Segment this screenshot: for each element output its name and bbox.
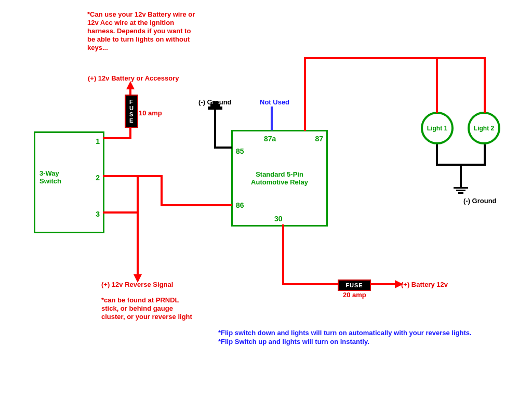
relay-label: Standard 5-Pin Automotive Relay xyxy=(233,170,326,186)
wire-85-h xyxy=(214,147,232,149)
label-battery-12v: (+) Battery 12v xyxy=(401,281,448,288)
relay-pin-85: 85 xyxy=(236,147,244,155)
switch-pin-1: 1 xyxy=(96,137,100,145)
switch-pin-3: 3 xyxy=(96,210,100,218)
relay-pin-87: 87 xyxy=(315,135,323,143)
arrow-battery-acc xyxy=(126,81,135,89)
wire-87-v1 xyxy=(304,57,306,131)
wire-light1-gnd-v xyxy=(436,144,438,165)
wire-sw3-h xyxy=(103,211,139,214)
light-2: Light 2 xyxy=(468,112,500,144)
three-way-switch-label: 3-Way Switch xyxy=(39,169,61,185)
wire-30-h1 xyxy=(282,283,338,285)
wire-sw2-v xyxy=(161,175,163,206)
wire-87a xyxy=(271,107,273,130)
relay-pin-86: 86 xyxy=(236,201,244,209)
three-way-switch: 3-Way Switch 1 2 3 xyxy=(34,131,104,233)
wire-sw2-h1 xyxy=(103,175,163,177)
wire-sw1-h xyxy=(103,137,131,139)
fuse-10amp: FUSE xyxy=(125,95,138,128)
note-bottom-1: *Flip switch down and lights will turn o… xyxy=(218,329,499,337)
note-bottom-2: *Flip Switch up and lights will turn on … xyxy=(218,338,499,345)
wire-light1-v xyxy=(436,57,438,113)
wire-sw1-v-bottom xyxy=(129,127,131,139)
wire-30-v xyxy=(282,224,284,284)
wire-lights-gnd-drop xyxy=(460,164,462,187)
relay-pin-87a: 87a xyxy=(264,135,276,143)
fuse-20amp: FUSE xyxy=(338,280,371,291)
wire-light2-v xyxy=(484,57,486,113)
fuse-10amp-label: 10 amp xyxy=(139,109,162,117)
wire-30-h2 xyxy=(370,283,396,285)
wire-85-v xyxy=(214,108,216,149)
wire-sw2-h2 xyxy=(161,204,232,206)
automotive-relay: Standard 5-Pin Automotive Relay 85 86 87… xyxy=(231,130,328,227)
fuse-horz-label: FUSE xyxy=(345,282,363,288)
wire-light2-gnd-v xyxy=(484,144,486,165)
fuse-vert-label: FUSE xyxy=(129,99,134,124)
light-1: Light 1 xyxy=(421,112,454,144)
arrow-reverse-signal xyxy=(134,274,142,283)
relay-pin-30: 30 xyxy=(274,215,283,223)
arrow-battery-12v xyxy=(395,280,403,288)
note-reverse: *can be found at PRNDL stick, or behind … xyxy=(101,296,197,321)
label-ground-lights: (-) Ground xyxy=(463,197,497,205)
switch-pin-2: 2 xyxy=(96,174,100,182)
wire-sw3-v xyxy=(137,175,139,276)
fuse-20amp-label: 20 amp xyxy=(343,291,366,299)
label-not-used: Not Used xyxy=(260,98,289,106)
wire-87-h xyxy=(304,57,486,59)
note-top: *Can use your 12v Battery wire or 12v Ac… xyxy=(87,10,196,52)
